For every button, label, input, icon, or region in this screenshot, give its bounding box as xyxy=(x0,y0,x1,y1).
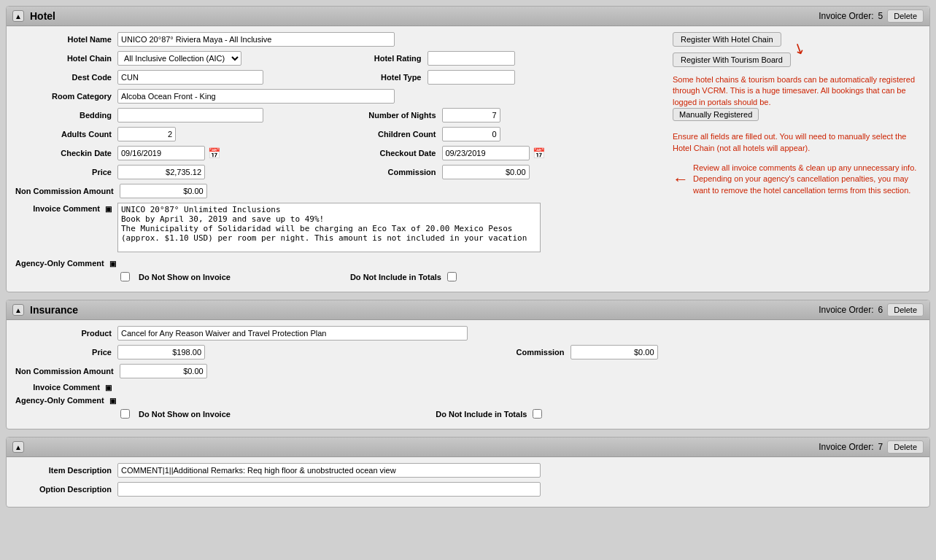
insurance-commission-col: Commission xyxy=(476,345,921,359)
checkout-label: Checkout Date xyxy=(347,149,442,158)
hotel-invoice-order-value: 5 xyxy=(878,11,883,21)
insurance-delete-btn[interactable]: Delete xyxy=(887,303,924,316)
manually-registered-btn[interactable]: Manually Registered xyxy=(673,108,759,121)
adults-col: Adults Count xyxy=(15,127,333,141)
insurance-product-input[interactable] xyxy=(117,326,468,341)
hotel-rating-input[interactable] xyxy=(428,51,515,66)
adults-children-row: Adults Count Children Count xyxy=(15,127,664,141)
hotel-title: Hotel xyxy=(30,10,813,22)
insurance-do-not-show-checkbox[interactable] xyxy=(120,409,130,419)
hotel-collapse-btn[interactable]: ▲ xyxy=(12,10,24,22)
hotel-chain-select[interactable]: All Inclusive Collection (AIC) xyxy=(117,51,241,66)
checkout-col: Checkout Date 📅 xyxy=(347,146,665,160)
hotel-rating-label: Hotel Rating xyxy=(347,54,428,63)
insurance-price-input[interactable] xyxy=(117,345,205,359)
insurance-invoice-order-value: 6 xyxy=(878,305,883,315)
commission-label: Commission xyxy=(347,168,442,176)
comment-section: ▲ Invoice Order: 7 Delete Item Descripti… xyxy=(6,437,930,508)
dest-code-input[interactable] xyxy=(117,70,263,85)
hotel-name-input[interactable] xyxy=(117,32,395,47)
insurance-section-body: Product Price Commission Non Commission … xyxy=(7,320,929,429)
insurance-agency-comment-label: Agency-Only Comment ▣ xyxy=(15,396,122,405)
insurance-do-not-show-item: Do Not Show on Invoice xyxy=(117,409,231,419)
children-col: Children Count xyxy=(347,127,665,141)
bedding-col: Bedding xyxy=(15,108,333,122)
checkin-input[interactable] xyxy=(117,146,205,160)
non-commission-input[interactable] xyxy=(120,184,207,198)
checkin-calendar-icon[interactable]: 📅 xyxy=(208,147,220,159)
price-input[interactable] xyxy=(117,165,205,179)
hotel-chain-label: Hotel Chain xyxy=(15,54,117,63)
annotation-hotel-chain-area: Ensure all fields are filled out. You wi… xyxy=(673,131,921,154)
adults-input[interactable] xyxy=(117,127,176,141)
checkin-col: Checkin Date 📅 xyxy=(15,146,333,160)
non-commission-label: Non Commission Amount xyxy=(15,187,120,195)
insurance-invoice-comment-expand-icon[interactable]: ▣ xyxy=(105,384,112,392)
price-label: Price xyxy=(15,168,117,176)
insurance-price-label: Price xyxy=(15,348,117,357)
annotation-hotel-chain: Ensure all fields are filled out. You wi… xyxy=(673,131,921,154)
insurance-form: Product Price Commission Non Commission … xyxy=(15,326,921,423)
do-not-include-label: Do Not Include in Totals xyxy=(350,273,441,281)
do-not-show-item: Do Not Show on Invoice xyxy=(117,272,231,281)
dest-code-col: Dest Code xyxy=(15,70,333,85)
annotation-tourism: Some hotel chains & tourism boards can b… xyxy=(673,74,921,108)
option-description-input[interactable] xyxy=(117,482,541,497)
insurance-agency-comment-row: Agency-Only Comment ▣ xyxy=(15,396,921,405)
insurance-non-commission-input[interactable] xyxy=(120,364,207,378)
hotel-chain-rating-row: Hotel Chain All Inclusive Collection (AI… xyxy=(15,51,664,66)
nights-col: Number of Nights xyxy=(347,108,665,122)
comment-delete-btn[interactable]: Delete xyxy=(887,440,924,454)
do-not-show-checkbox[interactable] xyxy=(120,272,130,281)
checkin-label: Checkin Date xyxy=(15,149,117,158)
insurance-agency-comment-expand-icon[interactable]: ▣ xyxy=(109,397,116,405)
commission-input[interactable] xyxy=(442,165,530,179)
dest-code-label: Dest Code xyxy=(15,73,117,82)
invoice-comment-wrap: UNICO 20°87° Unlimited Inclusions Book b… xyxy=(117,203,541,254)
invoice-comment-textarea[interactable]: UNICO 20°87° Unlimited Inclusions Book b… xyxy=(117,203,541,252)
hotel-type-input[interactable] xyxy=(428,70,515,85)
annotation-invoice-comment: Review all invoice comments & clean up a… xyxy=(693,163,921,196)
comment-collapse-btn[interactable]: ▲ xyxy=(12,441,24,453)
invoice-comment-expand-icon[interactable]: ▣ xyxy=(105,205,112,213)
item-description-input[interactable] xyxy=(117,463,541,478)
room-category-label: Room Category xyxy=(15,92,117,101)
option-description-label: Option Description xyxy=(15,485,117,494)
price-commission-row: Price Commission xyxy=(15,165,664,179)
hotel-form: Hotel Name Hotel Chain All Inclusive Col… xyxy=(15,32,664,286)
room-category-input[interactable] xyxy=(117,89,395,104)
children-label: Children Count xyxy=(347,130,442,139)
insurance-product-label: Product xyxy=(15,329,117,338)
hotel-type-col: Hotel Type xyxy=(347,70,665,85)
comment-form: Item Description Option Description xyxy=(15,463,921,501)
insurance-do-not-include-checkbox[interactable] xyxy=(533,409,542,419)
children-input[interactable] xyxy=(442,127,500,141)
hotel-invoice-order-label: Invoice Order: xyxy=(819,11,873,21)
register-hotel-chain-btn[interactable]: Register With Hotel Chain xyxy=(673,32,781,47)
hotel-delete-btn[interactable]: Delete xyxy=(887,9,924,23)
insurance-non-commission-row: Non Commission Amount xyxy=(15,364,921,378)
checkout-input[interactable] xyxy=(442,146,530,160)
hotel-name-row: Hotel Name xyxy=(15,32,664,47)
insurance-invoice-comment-label: Invoice Comment ▣ xyxy=(15,383,117,392)
comment-header-right: Invoice Order: 7 Delete xyxy=(819,440,924,454)
agency-comment-label: Agency-Only Comment ▣ xyxy=(15,259,122,268)
arrow-icon-1: ↘ xyxy=(790,38,809,59)
bedding-input[interactable] xyxy=(117,108,263,122)
nights-input[interactable] xyxy=(442,108,500,122)
invoice-comment-row: Invoice Comment ▣ UNICO 20°87° Unlimited… xyxy=(15,203,664,254)
checkout-calendar-icon[interactable]: 📅 xyxy=(533,147,545,159)
room-category-row: Room Category xyxy=(15,89,664,104)
hotel-section-header: ▲ Hotel Invoice Order: 5 Delete xyxy=(7,7,929,26)
insurance-non-commission-label: Non Commission Amount xyxy=(15,367,120,376)
insurance-do-not-include-label: Do Not Include in Totals xyxy=(436,410,527,419)
do-not-row: Do Not Show on Invoice Do Not Include in… xyxy=(15,272,664,281)
insurance-collapse-btn[interactable]: ▲ xyxy=(12,304,24,316)
do-not-show-label: Do Not Show on Invoice xyxy=(139,273,231,281)
agency-comment-expand-icon[interactable]: ▣ xyxy=(109,260,116,268)
do-not-include-checkbox[interactable] xyxy=(447,272,457,281)
insurance-commission-input[interactable] xyxy=(571,345,658,359)
insurance-section: ▲ Insurance Invoice Order: 6 Delete Prod… xyxy=(6,300,930,429)
insurance-section-header: ▲ Insurance Invoice Order: 6 Delete xyxy=(7,300,929,320)
register-tourism-btn[interactable]: Register With Tourism Board xyxy=(673,52,791,67)
